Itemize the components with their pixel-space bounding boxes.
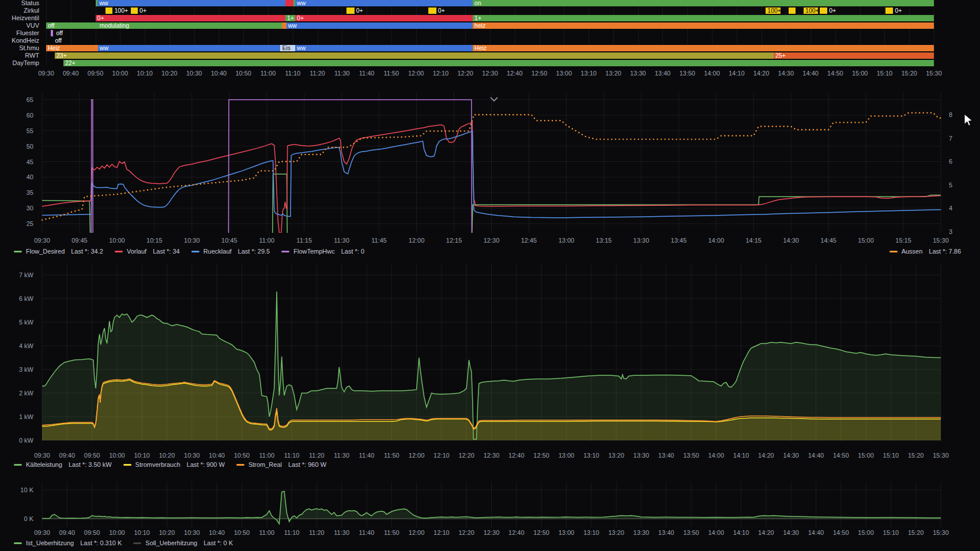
state-segment[interactable]: ww xyxy=(287,22,473,29)
timeline-x-tick-label: 13:00 xyxy=(556,70,572,77)
legend-item-Vorlauf[interactable]: VorlaufLast *: 34 xyxy=(115,248,180,255)
state-segment[interactable]: 1+ xyxy=(285,15,295,21)
legend-series-name: Kälteleistung xyxy=(26,461,62,468)
legend-item-Ruecklauf[interactable]: RuecklaufLast *: 29.5 xyxy=(191,248,270,255)
x-axis-tick-label: 12:20 xyxy=(458,452,474,459)
x-axis-tick-label: 12:50 xyxy=(533,452,549,459)
state-segment[interactable] xyxy=(820,7,827,14)
state-segment[interactable]: ww xyxy=(295,0,473,6)
legend-series-name: Aussen xyxy=(902,248,923,255)
state-segment[interactable]: off xyxy=(53,37,68,44)
legend-series-dash xyxy=(281,251,289,252)
state-segment[interactable]: 25+ xyxy=(774,52,934,59)
timeline-row-label: KondHeiz xyxy=(0,37,39,44)
x-axis-tick-label: 09:40 xyxy=(59,529,76,536)
timeline-x-tick-label: 11:20 xyxy=(310,70,325,77)
legend-last-value: Last *: 34.2 xyxy=(71,248,103,255)
state-segment-label: 0+ xyxy=(356,7,363,14)
x-axis-tick-label: 09:30 xyxy=(34,237,50,244)
legend-item-Strom_Real[interactable]: Strom_RealLast *: 960 W xyxy=(236,461,326,468)
y-axis-left-label: 30 xyxy=(27,205,33,212)
state-segment[interactable] xyxy=(885,7,893,14)
state-segment[interactable]: ww xyxy=(295,45,473,51)
legend-item-FlowTempHwc[interactable]: FlowTempHwcLast *: 0 xyxy=(281,248,364,255)
timeline-x-tick-label: 09:50 xyxy=(88,70,104,77)
state-segment[interactable]: 23+ xyxy=(55,52,774,59)
timeline-x-tick-label: 13:50 xyxy=(679,70,695,77)
state-segment[interactable]: 0+ xyxy=(295,15,473,21)
state-segment[interactable] xyxy=(282,22,287,29)
x-axis-tick-label: 11:30 xyxy=(334,237,349,244)
x-axis-tick-label: 10:50 xyxy=(234,529,250,536)
state-segment[interactable]: Heiz xyxy=(473,45,934,51)
state-segment-label: off xyxy=(48,22,54,29)
x-axis-tick-label: 10:00 xyxy=(109,237,125,244)
y-axis-left-label: 60 xyxy=(27,112,33,119)
legend-item-Stromverbrauch[interactable]: StromverbrauchLast *: 900 W xyxy=(123,461,225,468)
legend-last-value: Last *: 900 W xyxy=(187,461,225,468)
series-fill-Kälteleistung xyxy=(42,292,941,440)
legend-series-name: Stromverbrauch xyxy=(135,461,180,468)
state-segment[interactable]: 22+ xyxy=(63,60,934,66)
state-segment[interactable]: 100+ xyxy=(766,7,781,14)
legend-item-Kälteleistung[interactable]: KälteleistungLast *: 3.50 kW xyxy=(14,461,112,468)
legend-item-Aussen[interactable]: AussenLast *: 7.86 xyxy=(889,248,961,255)
state-segment-label: 100+ xyxy=(115,7,129,14)
x-axis-tick-label: 12:50 xyxy=(533,529,549,536)
y-axis-left-label: 7 kW xyxy=(19,271,34,278)
y-axis-left-label: 1 kW xyxy=(19,413,34,420)
state-segment[interactable]: off xyxy=(46,22,98,29)
state-segment-label: Eis xyxy=(282,45,291,51)
x-axis-tick-label: 09:50 xyxy=(84,529,100,536)
state-segment[interactable] xyxy=(428,7,436,14)
y-axis-left-label: 6 kW xyxy=(19,295,34,302)
state-segment[interactable] xyxy=(789,7,796,14)
temperature-legend-right: AussenLast *: 7.86 xyxy=(889,248,961,255)
dashboard: StatuswwwwonZirkul100+0+0+0+100+100+0+0+… xyxy=(0,0,980,551)
x-axis-tick-label: 15:15 xyxy=(895,237,911,244)
timeline-x-tick-label: 14:50 xyxy=(827,70,843,77)
state-segment[interactable] xyxy=(285,0,293,6)
state-segment[interactable]: 0+ xyxy=(96,15,285,21)
legend-series-dash xyxy=(123,464,131,466)
state-segment[interactable]: ww xyxy=(98,45,281,51)
state-segment[interactable]: ww xyxy=(97,0,285,6)
x-axis-tick-label: 14:00 xyxy=(708,237,724,244)
timeline-x-tick-label: 09:40 xyxy=(63,70,79,77)
y-axis-left-label: 3 kW xyxy=(19,366,34,373)
series-fill-Stromverbrauch xyxy=(42,380,941,440)
state-segment[interactable]: heiz xyxy=(473,22,934,29)
state-segment[interactable]: off xyxy=(55,30,69,36)
series-line-Ist_Ueberhitzung xyxy=(42,492,941,524)
timeline-x-tick-label: 14:30 xyxy=(778,70,794,77)
x-axis-tick-label: 11:30 xyxy=(334,529,349,536)
state-segment[interactable] xyxy=(346,7,355,14)
chevron-down-icon[interactable] xyxy=(491,97,497,101)
legend-item-Ist_Ueberhitzung[interactable]: Ist_UeberhitzungLast *: 0.310 K xyxy=(14,539,122,546)
state-segment[interactable] xyxy=(105,7,113,14)
legend-series-name: Ist_Ueberhitzung xyxy=(26,539,74,546)
legend-series-name: Strom_Real xyxy=(248,461,282,468)
timeline-gridline xyxy=(46,0,47,66)
timeline-x-tick-label: 12:40 xyxy=(507,70,523,77)
state-segment[interactable]: on xyxy=(473,0,934,6)
x-axis-tick-label: 10:45 xyxy=(221,237,238,244)
state-segment-label: off xyxy=(56,30,63,36)
superheat-legend: Ist_UeberhitzungLast *: 0.310 KSoll_Uebe… xyxy=(14,539,233,546)
legend-item-Flow_Desired[interactable]: Flow_DesiredLast *: 34.2 xyxy=(14,248,103,255)
state-segment[interactable]: modulating xyxy=(98,22,282,29)
charts-canvas: 09:3009:4009:5010:0010:1010:2010:3010:40… xyxy=(0,0,980,551)
state-segment[interactable]: 100+ xyxy=(804,7,818,14)
x-axis-tick-label: 15:20 xyxy=(908,529,924,536)
timeline-x-tick-label: 15:00 xyxy=(852,70,868,77)
x-axis-tick-label: 13:30 xyxy=(634,529,650,536)
state-segment[interactable]: 1+ xyxy=(473,15,934,21)
legend-item-Soll_Ueberhitzung[interactable]: Soll_UeberhitzungLast *: 0 K xyxy=(133,539,233,546)
x-axis-tick-label: 11:40 xyxy=(359,452,375,459)
x-axis-tick-label: 12:20 xyxy=(458,529,474,536)
state-segment[interactable]: Heiz xyxy=(46,45,98,51)
state-segment[interactable] xyxy=(51,30,53,36)
state-segment[interactable]: Eis xyxy=(280,45,295,51)
state-segment[interactable] xyxy=(131,7,138,14)
timeline-x-tick-label: 12:00 xyxy=(408,70,424,77)
